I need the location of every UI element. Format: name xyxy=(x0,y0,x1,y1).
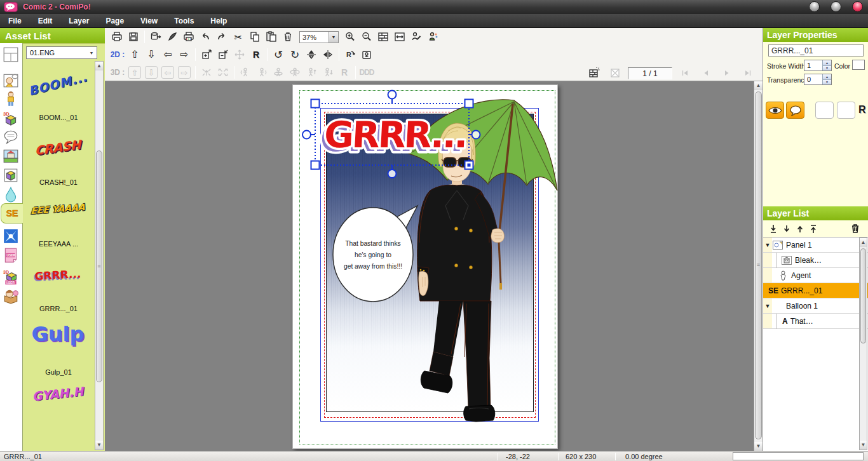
menu-tools[interactable]: Tools xyxy=(166,14,202,28)
tab-item[interactable] xyxy=(1,166,20,184)
save-button[interactable] xyxy=(125,29,142,44)
add-page-button[interactable] xyxy=(586,65,602,81)
close-button[interactable] xyxy=(852,1,863,12)
open-button[interactable] xyxy=(109,29,125,44)
tab-balloon[interactable] xyxy=(1,128,20,146)
move-to-bottom-button[interactable] xyxy=(770,224,777,234)
asset-art-grrr[interactable]: GRRR... xyxy=(23,267,93,283)
menu-view[interactable]: View xyxy=(132,14,166,28)
zoom-dropdown-arrow-icon[interactable]: ▼ xyxy=(329,32,338,43)
tab-background[interactable] xyxy=(1,147,20,165)
rotate-handle-top[interactable] xyxy=(388,91,397,99)
asset-art-boom[interactable]: BOOM... xyxy=(22,69,93,99)
asset-art-gulp[interactable]: Gulp xyxy=(23,322,93,346)
spin-down-icon[interactable]: ▼ xyxy=(823,80,831,85)
asset-label-boom[interactable]: BOOM..._01 xyxy=(23,114,94,121)
scroll-thumb[interactable]: ≡ xyxy=(755,91,762,439)
rotate-handle-left[interactable] xyxy=(302,131,311,139)
pose-spin-button[interactable] xyxy=(287,65,303,80)
balloon-toggle-button[interactable] xyxy=(786,102,804,119)
transparency-spin-buttons[interactable]: ▲▼ xyxy=(822,74,831,84)
rotate-handle-bottom[interactable] xyxy=(388,170,397,178)
layer-row-panel1[interactable]: ▼ Panel 1 xyxy=(763,237,868,253)
tab-character-body[interactable] xyxy=(1,90,20,108)
menu-layer[interactable]: Layer xyxy=(60,14,97,28)
pose-box-button[interactable] xyxy=(358,47,375,62)
transparency-stepper[interactable]: 0 ▲▼ xyxy=(804,74,832,85)
panel-layout-button[interactable] xyxy=(375,29,391,44)
move-right-3d-button[interactable]: ⇨ xyxy=(178,66,191,79)
menu-help[interactable]: Help xyxy=(202,14,235,28)
resize-handle-topright[interactable] xyxy=(465,100,473,108)
gradient-button[interactable] xyxy=(837,102,855,119)
color-swatch[interactable] xyxy=(852,60,865,70)
prev-page-button[interactable] xyxy=(698,65,714,81)
spin-down-icon[interactable]: ▼ xyxy=(823,66,831,71)
pose-rotate-right-button[interactable] xyxy=(254,65,270,80)
expand-icon[interactable]: ▼ xyxy=(763,303,772,309)
asset-art-gyah[interactable]: GYAH.H xyxy=(22,383,93,404)
move-to-top-button[interactable] xyxy=(810,224,817,234)
asset-art-eeeyaaa[interactable]: EEE YAAAA xyxy=(23,201,93,217)
layer-list-scrollbar[interactable]: ▲ ▼ xyxy=(859,237,867,450)
reset-properties-button[interactable]: R xyxy=(858,104,866,116)
pattern-button[interactable] xyxy=(815,102,834,119)
stroke-width-stepper[interactable]: 1 ▲▼ xyxy=(804,60,832,71)
layer-row-agent[interactable]: Agent xyxy=(763,268,868,283)
asset-list-scrollbar[interactable]: ▲ ≡ ▼ xyxy=(95,61,104,450)
delete-layer-button[interactable] xyxy=(851,224,860,234)
print-button[interactable] xyxy=(180,29,197,44)
scroll-up-icon[interactable]: ▲ xyxy=(95,62,103,70)
scroll-down-icon[interactable]: ▼ xyxy=(754,442,763,451)
pose-rotate-left-button[interactable] xyxy=(237,65,254,80)
menu-file[interactable]: File xyxy=(0,14,30,28)
scroll-down-icon[interactable]: ▼ xyxy=(95,441,103,450)
export-button[interactable] xyxy=(147,29,164,44)
scroll-up-icon[interactable]: ▲ xyxy=(754,81,763,90)
zoom-out-button[interactable] xyxy=(358,29,375,44)
tab-character-face[interactable] xyxy=(1,71,20,89)
first-page-button[interactable] xyxy=(677,65,693,81)
menu-edit[interactable]: Edit xyxy=(30,14,61,28)
select-tool-button[interactable] xyxy=(164,29,180,44)
spin-up-icon[interactable]: ▲ xyxy=(823,60,831,66)
resize-handle-bottomleft[interactable] xyxy=(311,161,320,170)
expand-icon[interactable]: ▼ xyxy=(763,242,772,248)
reset-3d-button[interactable]: R xyxy=(336,65,353,80)
flip-horizontal-button[interactable] xyxy=(320,47,336,62)
tab-3d-object[interactable]: 3D xyxy=(1,109,20,127)
zoom-select[interactable]: 37% ▼ xyxy=(299,31,339,43)
comic-page[interactable]: That bastard thinks he's going to get aw… xyxy=(292,84,558,449)
pose-raise-button[interactable] xyxy=(303,65,320,80)
asset-label-gulp[interactable]: Gulp_01 xyxy=(23,368,94,376)
move-free-2d-button[interactable] xyxy=(231,47,248,62)
pose-lower-button[interactable] xyxy=(320,65,336,80)
maximize-button[interactable] xyxy=(831,1,841,12)
canvas-vertical-scrollbar[interactable]: ▲ ≡ ▼ xyxy=(754,81,763,451)
scale-down-3d-button[interactable] xyxy=(215,65,231,80)
shrink-2d-button[interactable] xyxy=(215,47,231,62)
fit-width-button[interactable] xyxy=(391,29,408,44)
scroll-down-icon[interactable]: ▼ xyxy=(860,441,867,450)
layer-row-text[interactable]: A That… xyxy=(763,314,868,329)
pose-turn-button[interactable] xyxy=(270,65,287,80)
onion-skin-button[interactable]: DDD xyxy=(358,65,375,80)
move-left-3d-button[interactable]: ⇦ xyxy=(161,66,174,79)
layer-row-bleak[interactable]: Bleak… xyxy=(763,253,868,268)
next-page-button[interactable] xyxy=(719,65,735,81)
tab-user-3d[interactable]: 3DUSER xyxy=(1,268,20,286)
asset-label-crash[interactable]: CRASH!_01 xyxy=(23,178,94,186)
layer-row-grrr[interactable]: SE GRRR..._01 xyxy=(763,283,868,298)
layer-row-balloon1[interactable]: ▼ Balloon 1 xyxy=(763,298,868,314)
asset-label-eeeyaaa[interactable]: EEEYAAA ... xyxy=(23,240,94,248)
rotate-cw-button[interactable]: ↻ xyxy=(287,47,303,62)
move-up-3d-button[interactable]: ⇧ xyxy=(128,66,141,79)
zoom-in-button[interactable] xyxy=(342,29,358,44)
last-page-button[interactable] xyxy=(740,65,756,81)
scroll-thumb[interactable]: ≡ xyxy=(96,150,102,382)
move-down-2d-button[interactable]: ⇩ xyxy=(143,47,159,62)
redo-button[interactable] xyxy=(214,29,230,44)
move-up-button[interactable] xyxy=(796,224,804,234)
resize-handle-topleft[interactable] xyxy=(311,100,320,108)
rotate-reset-button[interactable]: R xyxy=(342,47,358,62)
